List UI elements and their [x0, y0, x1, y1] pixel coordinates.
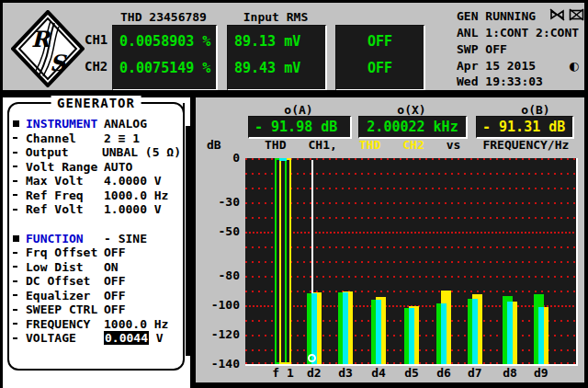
cursor-a-label: o(A): [257, 103, 340, 117]
time-text: Wed 19:33:03: [457, 74, 543, 88]
cursor-line[interactable]: [311, 160, 313, 293]
thd-readout-box: 0.0058903 % 0.0075149 %: [112, 25, 218, 91]
dash-bullet-icon: [13, 252, 26, 254]
setting-value: 1.0000 V: [104, 202, 162, 216]
thd-ch1-value: 0.0058903 %: [119, 33, 210, 50]
cursor-b-label: o(B): [508, 103, 563, 117]
thd-ch2-value: 0.0075149 %: [119, 60, 210, 76]
generator-panel: GENERATOR INSTRUMENTANALOGChannel2 ≡ 1Ou…: [7, 102, 185, 371]
y-axis-tick-label: -80: [196, 268, 240, 282]
dash-bullet-icon: [13, 137, 26, 139]
generator-setting-row[interactable]: Ref Freq1000.0 Hz: [13, 188, 181, 203]
y-axis-unit-label: dB: [207, 138, 221, 152]
gridline: [245, 158, 576, 160]
edit-highlight[interactable]: 0.0044: [104, 331, 149, 345]
setting-value: ANALOG: [104, 117, 147, 131]
dash-bullet-icon: [13, 209, 26, 211]
y-axis-tick-label: 0: [196, 151, 240, 165]
bar-overlap: [507, 302, 513, 364]
trace-caption: THDCH1,THDCH2vsFREQUENCY/Hz: [265, 138, 569, 152]
bargraph-plot-area: [245, 158, 578, 366]
x-axis-tick-label: d2: [307, 366, 322, 380]
setting-label: FUNCTION: [26, 232, 104, 245]
gridline: [245, 173, 576, 175]
graph-bottom-border: [196, 382, 588, 388]
gridline: [245, 232, 576, 234]
cursor-x-label: o(X): [377, 103, 447, 117]
graph-panel: o(A) o(X) o(B) - 91.98 dB 2.00022 kHz - …: [196, 97, 584, 382]
dash-bullet-icon: [13, 309, 26, 311]
x-axis-tick-label: d4: [371, 366, 386, 380]
input-rms-readout-box: 89.13 mV 89.43 mV: [227, 25, 327, 91]
bar-overlap: [441, 303, 447, 364]
generator-setting-row[interactable]: Max Volt4.0000 V: [13, 174, 181, 188]
dash-bullet-icon: [13, 194, 26, 196]
setting-label: Ref Volt: [26, 202, 104, 216]
setting-label: Equalizer: [26, 289, 104, 302]
square-bullet-icon: [13, 120, 26, 127]
gen-status: GEN RUNNING: [457, 9, 536, 23]
cursor-x-value: 2.00022 kHz: [359, 119, 466, 135]
date-text: Apr 15 2015: [457, 59, 536, 73]
y-axis-tick-label: -50: [196, 224, 240, 238]
generator-settings-list: INSTRUMENTANALOGChannel2 ≡ 1OutputUNBAL …: [13, 117, 181, 346]
generator-setting-row[interactable]: EqualizerOFF: [13, 289, 181, 303]
generator-setting-row[interactable]: Low DistON: [13, 260, 181, 275]
rms-ch1-value: 89.13 mV: [234, 33, 300, 50]
x-axis-tick-label: d9: [534, 366, 548, 380]
contrast-icon: ◐: [569, 59, 579, 73]
dash-bullet-icon: [13, 280, 26, 282]
cursor-marker[interactable]: [308, 354, 316, 362]
generator-setting-row[interactable]: DC OffsetOFF: [13, 274, 181, 289]
gridline: [245, 291, 576, 292]
bar-overlap: [343, 292, 348, 364]
input-rms-label: Input RMS: [227, 10, 324, 24]
x-axis-tick-label: d8: [503, 366, 517, 380]
generator-setting-row[interactable]: SWEEP CTRLOFF: [13, 302, 181, 317]
svg-text:R: R: [31, 26, 51, 52]
y-axis-tick-label: -100: [196, 298, 240, 312]
setting-label: Volt Range: [26, 160, 104, 174]
instrument-screen: R S CH1 CH2 THD 23456789 0.0058903 % 0.0…: [0, 0, 588, 388]
generator-setting-row[interactable]: Frq OffsetOFF: [13, 245, 181, 260]
bar-overlap: [376, 300, 381, 364]
bar-overlap: [472, 299, 478, 364]
gridline: [245, 246, 576, 248]
dash-bullet-icon: [13, 180, 26, 182]
setting-label: Low Dist: [26, 260, 104, 274]
bar-overlap: [538, 307, 544, 364]
generator-setting-row[interactable]: Channel2 ≡ 1: [13, 131, 181, 146]
setting-value: OFF: [104, 289, 125, 302]
generator-setting-row[interactable]: VOLTAGE0.0044 V: [13, 331, 181, 346]
keyboard-lock-icon: [569, 8, 584, 21]
row-spacer: [13, 217, 181, 232]
x-axis-tick-label: d7: [468, 366, 482, 380]
generator-setting-row[interactable]: Ref Volt1.0000 V: [13, 202, 181, 217]
generator-setting-row[interactable]: Volt RangeAUTO: [13, 160, 181, 175]
dash-bullet-icon: [13, 337, 26, 339]
y-axis-tick-label: -140: [196, 357, 240, 371]
generator-setting-row[interactable]: FUNCTION- SINE: [13, 232, 181, 246]
dash-bullet-icon: [13, 323, 26, 325]
trace-caption-part: FREQUENCY/Hz: [482, 138, 569, 152]
generator-setting-row[interactable]: INSTRUMENTANALOG: [13, 117, 181, 131]
setting-value: UNBAL (5 Ω): [102, 145, 181, 159]
cursor-a-value: - 91.98 dB: [254, 119, 337, 135]
setting-label: VOLTAGE: [26, 331, 104, 345]
square-bullet-icon: [13, 235, 26, 242]
x-axis-tick-label: d3: [338, 366, 353, 380]
rms-ch2-value: 89.43 mV: [234, 60, 300, 76]
generator-setting-row[interactable]: FREQUENCY1000.0 Hz: [13, 317, 181, 332]
dash-bullet-icon: [13, 266, 26, 268]
dash-bullet-icon: [13, 294, 26, 296]
cursor-x-readout-box: 2.00022 kHz: [358, 116, 468, 139]
setting-value: ON: [104, 260, 119, 274]
gen-running-icon: [549, 8, 565, 21]
setting-value: 1000.0 Hz: [104, 317, 168, 331]
setting-label: DC Offset: [26, 274, 104, 288]
gridline: [245, 261, 576, 263]
setting-label: Ref Freq: [26, 188, 104, 202]
generator-setting-row[interactable]: OutputUNBAL (5 Ω): [13, 145, 181, 160]
panel-scrollbar-track[interactable]: [183, 103, 185, 359]
setting-value: 2 ≡ 1: [104, 131, 140, 145]
